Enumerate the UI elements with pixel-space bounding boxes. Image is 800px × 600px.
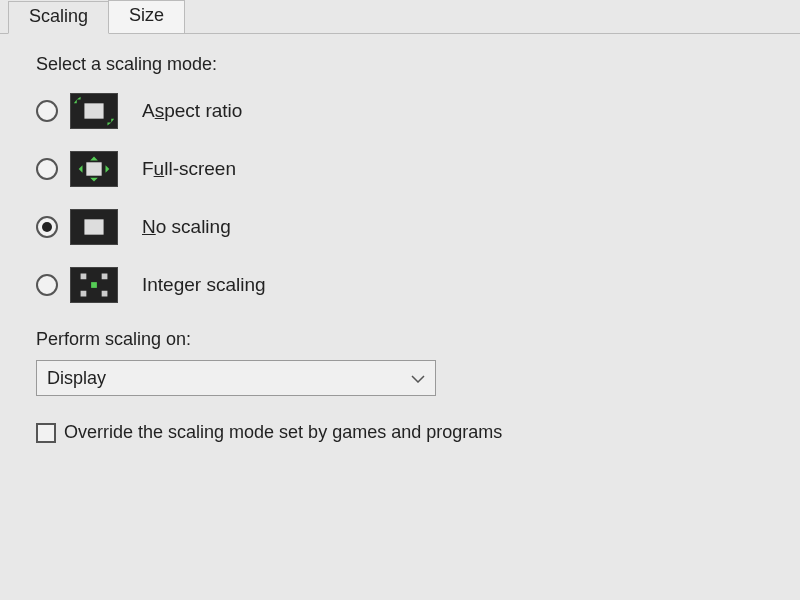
radio-label: No scaling xyxy=(142,216,231,238)
no-scaling-icon xyxy=(70,209,118,245)
svg-rect-3 xyxy=(81,274,87,280)
tab-size[interactable]: Size xyxy=(108,0,185,33)
radio-button[interactable] xyxy=(36,100,58,122)
svg-rect-5 xyxy=(81,291,87,297)
perform-scaling-on-label: Perform scaling on: xyxy=(36,329,764,350)
tab-label: Size xyxy=(129,5,164,25)
override-label: Override the scaling mode set by games a… xyxy=(64,422,502,443)
override-checkbox[interactable] xyxy=(36,423,56,443)
radio-label: Aspect ratio xyxy=(142,100,242,122)
scaling-mode-radio-group: Aspect ratio Full-screen xyxy=(36,93,764,303)
radio-option-aspect-ratio[interactable]: Aspect ratio xyxy=(36,93,764,129)
radio-label: Integer scaling xyxy=(142,274,266,296)
svg-rect-4 xyxy=(102,274,108,280)
dropdown-value: Display xyxy=(47,368,106,389)
chevron-down-icon xyxy=(411,370,425,386)
svg-rect-0 xyxy=(84,103,103,118)
perform-scaling-on-dropdown[interactable]: Display xyxy=(36,360,436,396)
svg-rect-2 xyxy=(84,219,103,234)
full-screen-icon xyxy=(70,151,118,187)
svg-rect-6 xyxy=(102,291,108,297)
radio-option-no-scaling[interactable]: No scaling xyxy=(36,209,764,245)
tab-scaling[interactable]: Scaling xyxy=(8,1,109,34)
radio-label: Full-screen xyxy=(142,158,236,180)
override-scaling-checkbox-row[interactable]: Override the scaling mode set by games a… xyxy=(36,422,764,443)
integer-scaling-icon xyxy=(70,267,118,303)
radio-option-integer-scaling[interactable]: Integer scaling xyxy=(36,267,764,303)
radio-button[interactable] xyxy=(36,216,58,238)
radio-option-full-screen[interactable]: Full-screen xyxy=(36,151,764,187)
radio-button[interactable] xyxy=(36,158,58,180)
svg-rect-1 xyxy=(86,162,101,175)
select-mode-label: Select a scaling mode: xyxy=(36,54,764,75)
scaling-panel: Select a scaling mode: Aspect ratio xyxy=(0,34,800,453)
tab-row: Scaling Size xyxy=(0,0,800,34)
tab-label: Scaling xyxy=(29,6,88,26)
svg-rect-7 xyxy=(91,282,97,288)
aspect-ratio-icon xyxy=(70,93,118,129)
radio-button[interactable] xyxy=(36,274,58,296)
